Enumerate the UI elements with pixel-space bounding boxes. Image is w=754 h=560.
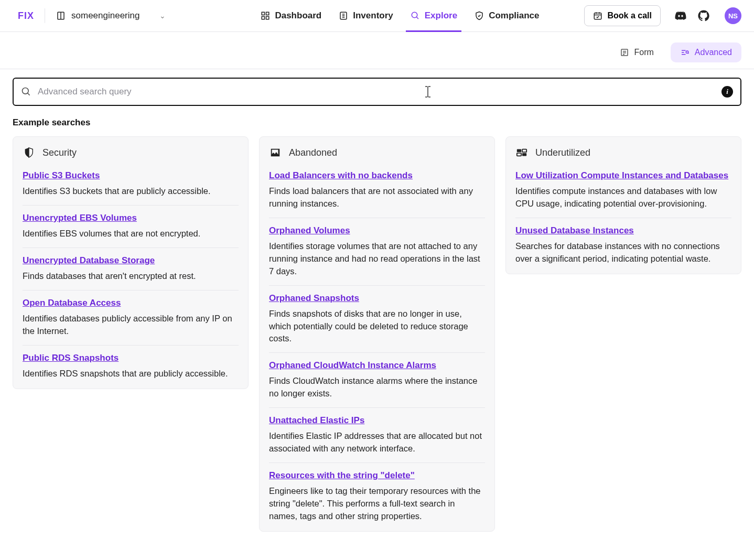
example-link-orphaned-volumes[interactable]: Orphaned Volumes (269, 225, 350, 235)
example-desc: Finds snapshots of disks that are no lon… (269, 308, 485, 346)
example-searches-title: Example searches (0, 106, 754, 136)
advanced-mode-button[interactable]: Advanced (671, 42, 741, 62)
example-link-open-db[interactable]: Open Database Access (23, 298, 121, 308)
advanced-mode-label: Advanced (695, 48, 732, 57)
avatar[interactable]: NS (725, 7, 741, 24)
example-cards: Security Public S3 Buckets Identifies S3… (0, 136, 754, 553)
card-abandoned: Abandoned Load Balancers with no backend… (259, 136, 495, 532)
explore-icon (410, 10, 421, 21)
svg-rect-3 (266, 12, 269, 15)
svg-rect-2 (262, 12, 265, 15)
svg-rect-28 (522, 153, 526, 156)
example-desc: Finds load balancers that are not associ… (269, 185, 485, 210)
example-desc: Identifies Elastic IP addresses that are… (269, 430, 485, 455)
book-call-button[interactable]: Book a call (584, 5, 661, 26)
example-item: Public RDS Snapshots Identifies RDS snap… (23, 353, 239, 384)
example-link-lb-no-backends[interactable]: Load Balancers with no backends (269, 170, 413, 180)
example-item: Low Utilization Compute Instances and Da… (515, 170, 731, 218)
dashboard-icon (260, 10, 271, 21)
svg-rect-30 (517, 153, 521, 156)
discord-icon[interactable] (673, 8, 688, 23)
card-underutilized-title: Underutilized (535, 147, 590, 158)
card-abandoned-title: Abandoned (289, 147, 337, 158)
example-item: Resources with the string "delete" Engin… (269, 470, 485, 527)
example-link-delete-string[interactable]: Resources with the string "delete" (269, 470, 415, 480)
chevron-down-icon: ⌄ (159, 12, 166, 20)
example-link-orphaned-cw[interactable]: Orphaned CloudWatch Instance Alarms (269, 360, 436, 370)
svg-line-26 (28, 93, 30, 95)
example-item: Unused Database Instances Searches for d… (515, 225, 731, 270)
example-desc: Engineers like to tag their temporary re… (269, 485, 485, 523)
github-icon[interactable] (696, 8, 711, 23)
card-security-title: Security (42, 147, 77, 158)
workspace-icon (56, 10, 66, 21)
example-desc: Identifies databases publicly accessible… (23, 313, 239, 338)
svg-rect-4 (262, 17, 265, 19)
svg-line-24 (688, 53, 689, 54)
search-input[interactable] (38, 87, 715, 97)
example-item: Orphaned Snapshots Finds snapshots of di… (269, 293, 485, 353)
nav-inventory[interactable]: Inventory (338, 0, 393, 31)
nav-compliance[interactable]: Compliance (474, 0, 539, 31)
nav-compliance-label: Compliance (489, 10, 539, 21)
example-link-public-rds[interactable]: Public RDS Snapshots (23, 353, 119, 363)
info-icon[interactable]: i (721, 86, 733, 98)
example-desc: Identifies EBS volumes that are not encr… (23, 228, 239, 240)
form-icon (620, 48, 629, 57)
topbar-icons: NS (673, 7, 741, 24)
example-link-unencrypted-db[interactable]: Unencrypted Database Storage (23, 255, 155, 265)
card-security: Security Public S3 Buckets Identifies S3… (13, 136, 249, 389)
form-mode-label: Form (634, 48, 654, 57)
inventory-icon (338, 10, 349, 21)
svg-point-25 (23, 88, 29, 94)
gauge-icon (515, 146, 528, 159)
advanced-icon (680, 48, 690, 57)
example-desc: Identifies compute instances and databas… (515, 185, 731, 210)
svg-rect-29 (522, 149, 526, 153)
example-desc: Identifies S3 buckets that are publicly … (23, 185, 239, 198)
example-desc: Searches for database instances with no … (515, 240, 731, 265)
divider (45, 8, 45, 23)
compliance-icon (474, 10, 484, 21)
example-link-orphaned-snapshots[interactable]: Orphaned Snapshots (269, 293, 359, 303)
example-link-low-util[interactable]: Low Utilization Compute Instances and Da… (515, 170, 728, 180)
example-item: Unencrypted Database Storage Finds datab… (23, 255, 239, 290)
example-item: Open Database Access Identifies database… (23, 298, 239, 346)
example-desc: Finds CloudWatch instance alarms where t… (269, 375, 485, 400)
example-link-unattached-eip[interactable]: Unattached Elastic IPs (269, 415, 364, 425)
nav-explore[interactable]: Explore (410, 0, 457, 31)
example-item: Unencrypted EBS Volumes Identifies EBS v… (23, 213, 239, 248)
book-call-label: Book a call (608, 11, 652, 20)
example-link-unencrypted-ebs[interactable]: Unencrypted EBS Volumes (23, 213, 137, 223)
search-section: i (0, 69, 754, 106)
example-item: Load Balancers with no backends Finds lo… (269, 170, 485, 218)
nav-dashboard-label: Dashboard (275, 10, 321, 21)
svg-line-11 (416, 17, 418, 19)
nav-explore-label: Explore (425, 10, 457, 21)
svg-rect-12 (594, 13, 601, 19)
example-link-public-s3[interactable]: Public S3 Buckets (23, 170, 100, 180)
example-item: Public S3 Buckets Identifies S3 buckets … (23, 170, 239, 206)
search-icon (21, 87, 31, 97)
workspace-name: someengineering (71, 10, 139, 21)
calendar-icon (593, 11, 602, 20)
svg-rect-27 (517, 149, 521, 153)
example-item: Orphaned Volumes Identifies storage volu… (269, 225, 485, 286)
example-desc: Identifies storage volumes that are not … (269, 240, 485, 278)
example-link-unused-db[interactable]: Unused Database Instances (515, 225, 634, 235)
example-desc: Identifies RDS snapshots that are public… (23, 368, 239, 380)
main-nav: Dashboard Inventory Explore Compliance (260, 0, 539, 31)
nav-dashboard[interactable]: Dashboard (260, 0, 321, 31)
example-desc: Finds databases that aren't encrypted at… (23, 270, 239, 283)
svg-rect-5 (266, 17, 269, 19)
workspace-switcher[interactable]: someengineering ⌄ (56, 10, 166, 21)
shield-icon (23, 146, 35, 159)
view-mode-bar: Form Advanced (0, 32, 754, 69)
example-item: Orphaned CloudWatch Instance Alarms Find… (269, 360, 485, 408)
search-box[interactable]: i (13, 78, 741, 106)
svg-point-10 (412, 12, 417, 18)
broken-image-icon (269, 146, 282, 159)
logo[interactable]: FIX (18, 10, 34, 21)
form-mode-button[interactable]: Form (610, 42, 663, 62)
example-item: Unattached Elastic IPs Identifies Elasti… (269, 415, 485, 463)
